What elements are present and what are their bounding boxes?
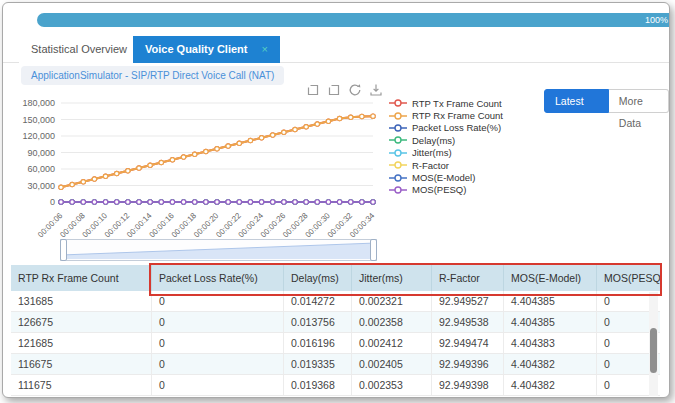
- table-cell: 0.014272: [283, 291, 351, 311]
- tab-voice-quality-client[interactable]: Voice Quality Client×: [133, 36, 280, 63]
- data-range-toggle: Latest Data More Data: [544, 89, 669, 113]
- legend-marker-icon: [389, 149, 407, 157]
- y-axis-tick: 180,000: [22, 98, 55, 108]
- table-cell: 116675: [11, 354, 151, 374]
- legend-item[interactable]: MOS(E-Model): [389, 171, 503, 183]
- line-chart[interactable]: 030,00060,00090,000120,000150,000180,000…: [7, 95, 389, 241]
- legend-label: RTP Rx Frame Count: [412, 110, 503, 121]
- legend-item[interactable]: Packet Loss Rate(%): [389, 122, 503, 134]
- progress-label: 100%: [645, 15, 668, 25]
- table-row[interactable]: 13168500.0142720.00232192.9495274.404385…: [11, 291, 660, 312]
- legend-marker-icon: [389, 124, 407, 132]
- legend-item[interactable]: Delay(ms): [389, 134, 503, 146]
- legend-label: Jitter(ms): [412, 147, 452, 158]
- slider-handle-right[interactable]: [370, 239, 377, 261]
- table-cell: 121685: [11, 333, 151, 353]
- table-cell: 131685: [11, 291, 151, 311]
- legend-label: R-Factor: [412, 160, 449, 171]
- legend-item[interactable]: RTP Rx Frame Count: [389, 109, 503, 121]
- table-row[interactable]: 11667500.0193350.00240592.9493964.404382…: [11, 354, 660, 375]
- y-axis-tick: 60,000: [27, 164, 55, 174]
- scenario-label: ApplicationSimulator - SIP/RTP Direct Vo…: [21, 66, 284, 85]
- legend-label: MOS(PESQ): [412, 184, 466, 195]
- table-cell: 4.404382: [503, 375, 596, 395]
- legend-item[interactable]: RTP Tx Frame Count: [389, 97, 503, 109]
- column-header[interactable]: MOS(E-Model): [503, 265, 596, 291]
- x-axis-tick: 00:00:34: [348, 211, 377, 240]
- table-cell: 92.949474: [431, 333, 503, 353]
- table-cell: 92.949396: [431, 354, 503, 374]
- table-cell: 126675: [11, 312, 151, 332]
- table-cell: 0.013756: [283, 312, 351, 332]
- column-header[interactable]: MOS(PESQ): [596, 265, 660, 291]
- tab-label: Voice Quality Client: [145, 43, 248, 55]
- table-cell: 92.949538: [431, 312, 503, 332]
- column-header[interactable]: Delay(ms): [283, 265, 351, 291]
- table-cell: 0.002405: [351, 354, 431, 374]
- table-row[interactable]: 12168500.0161960.00241292.9494744.404383…: [11, 333, 660, 354]
- legend-label: MOS(E-Model): [412, 172, 475, 183]
- legend-marker-icon: [389, 99, 407, 107]
- legend-item[interactable]: R-Factor: [389, 159, 503, 171]
- legend-label: Packet Loss Rate(%): [412, 122, 501, 133]
- table-cell: 0.019335: [283, 354, 351, 374]
- table-cell: 0: [151, 375, 283, 395]
- table-cell: 0.002412: [351, 333, 431, 353]
- column-header[interactable]: R-Factor: [431, 265, 503, 291]
- data-zoom-preview: [61, 240, 376, 260]
- table-cell: 0.016196: [283, 333, 351, 353]
- table-row[interactable]: 12667500.0137560.00235892.9495384.404385…: [11, 312, 660, 333]
- table-cell: 0: [151, 312, 283, 332]
- table-cell: 0.019368: [283, 375, 351, 395]
- y-axis-tick: 120,000: [22, 131, 55, 141]
- table-scrollbar[interactable]: [649, 292, 658, 396]
- table-cell: 0: [151, 354, 283, 374]
- legend-marker-icon: [389, 112, 407, 120]
- legend-item[interactable]: MOS(PESQ): [389, 184, 503, 196]
- table-cell: 4.404383: [503, 333, 596, 353]
- table-header: RTP Rx Frame CountPacket Loss Rate(%)Del…: [11, 265, 660, 291]
- progress-bar: 100%: [37, 13, 669, 27]
- table-cell: 4.404385: [503, 291, 596, 311]
- table-row[interactable]: 11167500.0193680.00235392.9493984.404382…: [11, 375, 660, 396]
- more-data-button[interactable]: More Data: [609, 89, 669, 113]
- legend-marker-icon: [389, 174, 407, 182]
- table-cell: 111675: [11, 375, 151, 395]
- column-header[interactable]: Jitter(ms): [351, 265, 431, 291]
- table-cell: 0.002358: [351, 312, 431, 332]
- legend-label: RTP Tx Frame Count: [412, 98, 502, 109]
- table-cell: 4.404382: [503, 354, 596, 374]
- legend-label: Delay(ms): [412, 135, 455, 146]
- table-cell: 0: [151, 333, 283, 353]
- column-header[interactable]: RTP Rx Frame Count: [11, 265, 151, 291]
- close-icon[interactable]: ×: [262, 43, 268, 55]
- legend-item[interactable]: Jitter(ms): [389, 147, 503, 159]
- tab-label: Statistical Overview: [31, 43, 127, 55]
- table-cell: 4.404385: [503, 312, 596, 332]
- table-cell: 0.002321: [351, 291, 431, 311]
- column-header[interactable]: Packet Loss Rate(%): [151, 265, 283, 291]
- data-zoom-slider[interactable]: [60, 239, 377, 261]
- results-table: RTP Rx Frame CountPacket Loss Rate(%)Del…: [11, 265, 660, 396]
- table-cell: 0.002353: [351, 375, 431, 395]
- tab-bar: Statistical Overview× Voice Quality Clie…: [3, 36, 669, 63]
- y-axis-tick: 30,000: [27, 181, 55, 191]
- y-axis-tick: 90,000: [27, 148, 55, 158]
- app-window: 100% Statistical Overview× Voice Quality…: [2, 2, 670, 398]
- y-axis-tick: 0: [50, 197, 55, 207]
- legend-marker-icon: [389, 186, 407, 194]
- table-cell: 92.949398: [431, 375, 503, 395]
- legend-marker-icon: [389, 161, 407, 169]
- scrollbar-thumb[interactable]: [650, 328, 657, 373]
- table-cell: 0: [151, 291, 283, 311]
- chart-legend: RTP Tx Frame Count RTP Rx Frame Count Pa…: [389, 97, 503, 196]
- legend-marker-icon: [389, 136, 407, 144]
- y-axis-tick: 150,000: [22, 115, 55, 125]
- latest-data-button[interactable]: Latest Data: [544, 89, 609, 113]
- table-cell: 92.949527: [431, 291, 503, 311]
- slider-handle-left[interactable]: [60, 239, 67, 261]
